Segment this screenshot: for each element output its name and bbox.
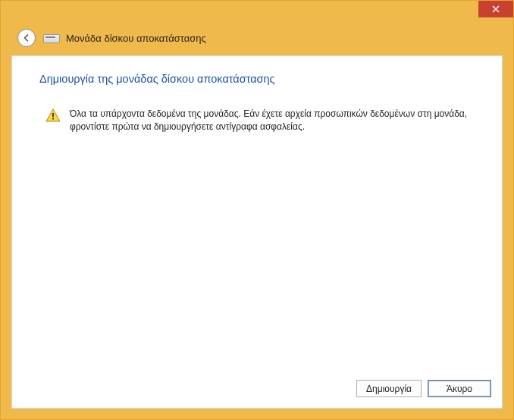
warning-block: Όλα τα υπάρχοντα δεδομένα της μονάδας. Ε…	[45, 108, 472, 134]
wizard-window: Μονάδα δίσκου αποκατάστασης Δημιουργία τ…	[0, 0, 514, 420]
svg-rect-3	[52, 118, 54, 120]
create-button[interactable]: Δημιουργία	[356, 380, 422, 397]
content-panel: Δημιουργία της μονάδας δίσκου αποκατάστα…	[11, 55, 503, 409]
warning-icon	[45, 108, 61, 122]
window-title: Μονάδα δίσκου αποκατάστασης	[66, 33, 206, 44]
svg-rect-2	[52, 113, 54, 117]
close-icon	[492, 5, 500, 13]
back-arrow-icon	[22, 33, 31, 42]
cancel-button[interactable]: Άκυρο	[428, 380, 491, 397]
button-row: Δημιουργία Άκυρο	[356, 380, 491, 397]
drive-icon	[43, 33, 58, 43]
window-header: Μονάδα δίσκου αποκατάστασης	[17, 27, 497, 49]
back-button[interactable]	[17, 29, 36, 47]
warning-text: Όλα τα υπάρχοντα δεδομένα της μονάδας. Ε…	[70, 108, 472, 134]
close-button[interactable]	[478, 1, 513, 17]
page-heading: Δημιουργία της μονάδας δίσκου αποκατάστα…	[39, 73, 275, 85]
